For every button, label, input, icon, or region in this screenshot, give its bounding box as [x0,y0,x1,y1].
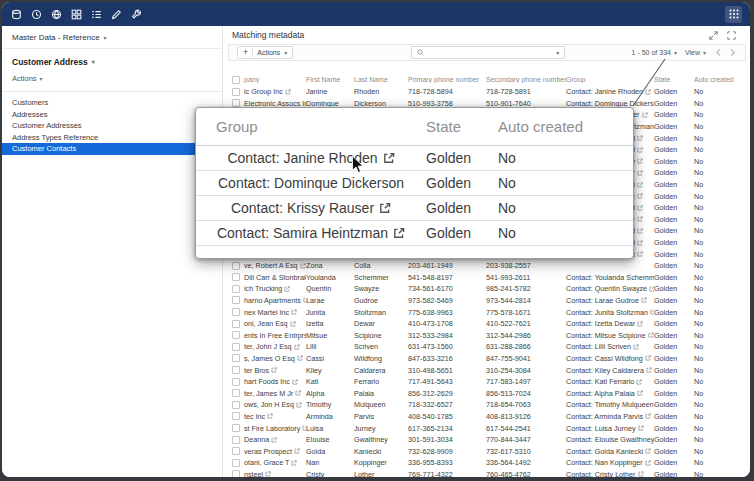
external-link-icon[interactable] [294,344,300,350]
group-link[interactable]: Contact: Quentin Swayze [566,284,647,293]
table-row[interactable]: ter BrosKileyCaldarera310-498-5651310-25… [222,364,750,376]
group-link[interactable]: Contact: Elouise Gwalthney [566,435,654,444]
select-all-checkbox[interactable] [232,76,240,84]
table-row[interactable]: hart Foods IncKatiFerrario717-491-564371… [222,376,750,388]
external-link-icon[interactable] [295,390,301,396]
sidebar-actions-menu[interactable]: Actions ▾ [2,69,222,92]
column-header[interactable]: Auto created [694,76,740,83]
external-link-icon[interactable] [637,182,643,188]
group-link[interactable]: Contact: Luisa Jurney [566,424,636,433]
column-header[interactable]: Last Name [354,76,408,83]
apps-grid-icon[interactable] [725,6,742,23]
group-link[interactable]: Contact: Cristy Lother [566,470,636,477]
row-checkbox[interactable] [232,366,240,374]
table-row[interactable]: Dill Carr & Stonbraker &YoulandaSchemmer… [222,272,750,284]
row-checkbox[interactable] [232,424,240,432]
external-link-icon[interactable] [393,227,405,239]
table-row[interactable]: ter, John J EsqLilliScriven631-473-15606… [222,341,750,353]
row-checkbox[interactable] [232,354,240,362]
external-link-icon[interactable] [300,263,306,269]
row-checkbox[interactable] [232,378,240,386]
edit-icon[interactable] [110,8,123,21]
row-checkbox[interactable] [232,447,240,455]
model-selector[interactable]: Master Data - Reference ▾ [2,26,222,49]
tasks-icon[interactable] [90,8,103,21]
table-row[interactable]: ve, Robert A EsqZonaColla203-461-1949203… [222,260,750,272]
row-checkbox[interactable] [232,296,240,304]
table-row[interactable]: ich TruckingQuentinSwayze734-561-6170985… [222,283,750,295]
table-row[interactable]: tec IncArmindaParvis408-540-1785408-813-… [222,411,750,423]
external-link-icon[interactable] [637,321,643,327]
row-checkbox[interactable] [232,308,240,316]
external-link-icon[interactable] [265,471,271,477]
row-checkbox[interactable] [232,459,240,467]
row-checkbox[interactable] [232,470,240,477]
group-link[interactable]: Contact: Timothy Mulqueen [566,400,654,409]
external-link-icon[interactable] [291,460,297,466]
external-link-icon[interactable] [637,240,643,246]
table-row[interactable]: st Fire LaboratoryLuisaJurney617-365-213… [222,422,750,434]
external-link-icon[interactable] [637,135,643,141]
add-icon[interactable]: + [243,48,248,57]
sidebar-item-address-types-reference[interactable]: Address Types Reference [2,132,222,144]
external-link-icon[interactable] [296,402,302,408]
external-link-icon[interactable] [271,437,277,443]
external-link-icon[interactable] [645,413,651,419]
group-link[interactable]: Contact: Junita Stoltzman [566,308,648,317]
external-link-icon[interactable] [645,448,651,454]
group-link[interactable]: Contact: Kiley Caldarera [566,366,644,375]
column-header[interactable]: pany [244,76,306,83]
external-link-icon[interactable] [636,379,642,385]
table-row[interactable]: harno ApartmentsLaraeGudroe973-582-54699… [222,295,750,307]
external-link-icon[interactable] [638,471,644,477]
view-dropdown[interactable]: View ▾ [685,49,706,56]
sidebar-item-customer-contacts[interactable]: Customer Contacts [2,143,222,155]
external-link-icon[interactable] [637,147,643,153]
search-filter-chevron-icon[interactable]: ▾ [556,50,559,56]
group-link[interactable]: Contact: Mitsue Scipione [566,331,646,340]
external-link-icon[interactable] [641,297,647,303]
external-link-icon[interactable] [646,367,652,373]
external-link-icon[interactable] [645,460,651,466]
table-row[interactable]: ter, James M JrAlphaPalaia856-312-262985… [222,387,750,399]
table-row[interactable]: DeannaElouiseGwalthney301-591-3034770-84… [222,434,750,446]
group-link[interactable]: Contact: Larae Gudroe [566,296,639,305]
external-link-icon[interactable] [637,170,643,176]
external-link-icon[interactable] [637,228,643,234]
group-link[interactable]: Contact: Nan Koppinger [566,458,643,467]
database-icon[interactable] [10,8,23,21]
external-link-icon[interactable] [637,205,643,211]
external-link-icon[interactable] [645,89,651,95]
group-link[interactable]: Contact: Golda Kaniecki [566,447,643,456]
external-link-icon[interactable] [638,425,644,431]
sidebar-item-addresses[interactable]: Addresses [2,109,222,121]
search-input[interactable] [428,49,552,56]
actions-dropdown[interactable]: + Actions ▾ [237,46,293,59]
view-selector[interactable]: Customer Address ▾ [2,49,222,69]
row-checkbox[interactable] [232,285,240,293]
external-link-icon[interactable] [637,251,643,257]
group-link[interactable]: Contact: Lilli Scriven [566,342,631,351]
external-link-icon[interactable] [267,413,273,419]
column-header[interactable]: State [654,76,694,83]
external-link-icon[interactable] [297,355,303,361]
table-row[interactable]: oni, Jean EsqIzettaDewar410-473-1708410-… [222,318,750,330]
row-checkbox[interactable] [232,401,240,409]
row-checkbox[interactable] [232,331,240,339]
table-row[interactable]: ents In Free EntrprsMitsueScipione312-53… [222,329,750,341]
table-row[interactable]: nsteelCristyLother769-771-4322760-465-47… [222,469,750,477]
external-link-icon[interactable] [645,355,651,361]
wrench-icon[interactable] [130,8,143,21]
external-link-icon[interactable] [383,152,395,164]
row-checkbox[interactable] [232,343,240,351]
external-link-icon[interactable] [291,309,297,315]
row-checkbox[interactable] [232,436,240,444]
row-checkbox[interactable] [232,262,240,270]
group-link[interactable]: Contact: Kati Ferrario [566,377,634,386]
external-link-icon[interactable] [637,193,643,199]
row-checkbox[interactable] [232,88,240,96]
external-link-icon[interactable] [271,367,277,373]
row-checkbox[interactable] [232,320,240,328]
row-checkbox[interactable] [232,273,240,281]
external-link-icon[interactable] [379,202,391,214]
